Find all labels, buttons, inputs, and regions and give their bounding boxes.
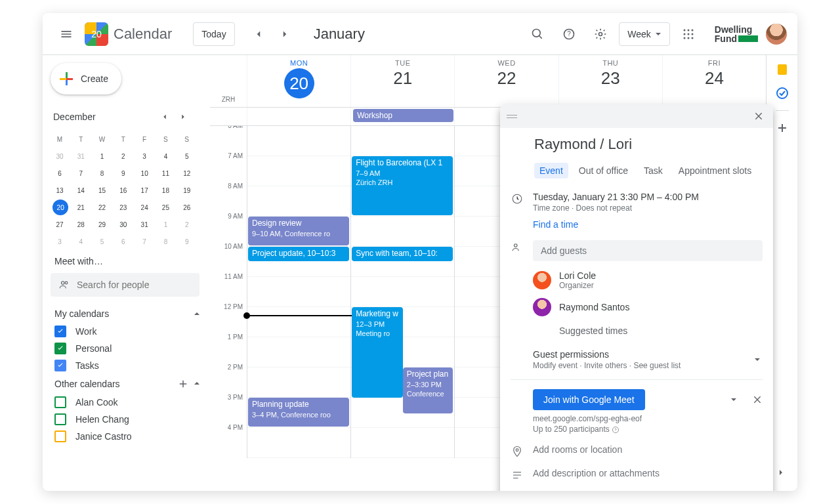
chevron-down-icon[interactable] bbox=[752, 354, 763, 365]
suggested-times-link[interactable]: Suggested times bbox=[533, 320, 763, 339]
mini-day[interactable]: 15 bbox=[93, 182, 112, 198]
day-header[interactable]: WED22 bbox=[454, 55, 558, 107]
view-selector[interactable]: Week bbox=[619, 22, 670, 46]
day-header[interactable]: THU23 bbox=[558, 55, 662, 107]
mini-day[interactable]: 21 bbox=[72, 200, 90, 215]
event-title-input[interactable]: Raymond / Lori bbox=[511, 128, 763, 158]
calendar-event[interactable]: Flight to Barcelona (LX 17–9 AMZürich ZR… bbox=[352, 156, 453, 215]
event-datetime[interactable]: Tuesday, January 21 3:30 PM – 4:00 PM bbox=[533, 192, 763, 202]
mini-day[interactable]: 22 bbox=[93, 200, 112, 215]
mini-day[interactable]: 31 bbox=[72, 148, 90, 164]
mini-day[interactable]: 8 bbox=[93, 165, 112, 181]
add-guests-input[interactable]: Add guests bbox=[533, 240, 763, 261]
calendar-item[interactable]: Tasks bbox=[51, 357, 210, 374]
popup-tab[interactable]: Out of office bbox=[574, 163, 633, 178]
popup-tab[interactable]: Task bbox=[639, 163, 668, 178]
calendar-item[interactable]: Work bbox=[51, 323, 210, 340]
mini-day[interactable]: 3 bbox=[135, 148, 154, 164]
prev-button[interactable] bbox=[245, 21, 272, 47]
mini-day[interactable]: 28 bbox=[72, 217, 90, 232]
calendar-event[interactable]: Design review9–10 AM, Conference ro bbox=[248, 217, 349, 245]
calendar-event[interactable]: Planning update3–4 PM, Conference roo bbox=[248, 398, 349, 427]
add-calendar-icon[interactable] bbox=[177, 378, 189, 390]
mini-day[interactable]: 26 bbox=[178, 200, 196, 215]
calendar-item[interactable]: Personal bbox=[51, 340, 210, 357]
mini-day[interactable]: 12 bbox=[178, 165, 196, 181]
tasks-icon[interactable] bbox=[776, 87, 789, 100]
mini-day[interactable]: 30 bbox=[51, 148, 69, 164]
apps-icon[interactable] bbox=[675, 21, 702, 47]
drag-handle-icon[interactable] bbox=[505, 115, 518, 118]
mini-day[interactable]: 7 bbox=[135, 234, 154, 249]
mini-day[interactable]: 4 bbox=[72, 234, 90, 249]
add-addon-icon[interactable] bbox=[776, 121, 789, 135]
join-meet-button[interactable]: Join with Google Meet bbox=[533, 389, 645, 410]
mini-day[interactable]: 9 bbox=[178, 234, 196, 249]
avatar[interactable] bbox=[766, 24, 787, 45]
meet-options-icon[interactable] bbox=[728, 394, 739, 405]
mini-prev-button[interactable] bbox=[156, 108, 174, 126]
next-button[interactable] bbox=[272, 21, 298, 47]
calendar-item[interactable]: Janice Castro bbox=[51, 428, 210, 445]
popup-tab[interactable]: Event bbox=[534, 163, 568, 178]
description-input[interactable]: Add description or attachments bbox=[533, 468, 763, 478]
mini-day[interactable]: 6 bbox=[51, 165, 69, 181]
close-icon[interactable] bbox=[749, 107, 768, 125]
mini-day[interactable]: 19 bbox=[178, 182, 196, 198]
mini-next-button[interactable] bbox=[174, 108, 192, 126]
calendar-event[interactable]: Sync with team, 10–10: bbox=[352, 247, 453, 261]
mini-day[interactable]: 18 bbox=[156, 182, 175, 198]
day-header[interactable]: MON20 bbox=[247, 55, 350, 107]
mini-day[interactable]: 30 bbox=[114, 217, 133, 232]
calendar-item[interactable]: Alan Cook bbox=[51, 394, 210, 411]
create-button[interactable]: Create bbox=[51, 63, 121, 94]
mini-day[interactable]: 6 bbox=[114, 234, 133, 249]
mini-day[interactable]: 29 bbox=[93, 217, 112, 232]
mini-day[interactable]: 8 bbox=[156, 234, 175, 249]
mini-day[interactable]: 17 bbox=[135, 182, 154, 198]
calendar-event[interactable]: Project update, 10–10:3 bbox=[248, 247, 349, 261]
calendar-event[interactable]: Marketing w12–3 PMMeeting ro bbox=[352, 307, 403, 398]
mini-day[interactable]: 27 bbox=[51, 217, 69, 232]
mini-day[interactable]: 14 bbox=[72, 182, 90, 198]
day-header[interactable]: TUE21 bbox=[350, 55, 454, 107]
mini-day[interactable]: 16 bbox=[114, 182, 133, 198]
mini-day[interactable]: 5 bbox=[93, 234, 112, 249]
search-people-field[interactable] bbox=[51, 273, 200, 297]
search-people-input[interactable] bbox=[77, 280, 192, 290]
calendar-item[interactable]: Helen Chang bbox=[51, 411, 210, 428]
my-calendars-header[interactable]: My calendars bbox=[51, 304, 210, 323]
today-button[interactable]: Today bbox=[193, 22, 234, 46]
location-input[interactable]: Add rooms or location bbox=[533, 444, 763, 455]
mini-day[interactable]: 3 bbox=[51, 234, 69, 249]
mini-day[interactable]: 1 bbox=[156, 217, 175, 232]
mini-day[interactable]: 2 bbox=[114, 148, 133, 164]
mini-day[interactable]: 9 bbox=[114, 165, 133, 181]
mini-day[interactable]: 10 bbox=[135, 165, 154, 181]
day-header[interactable]: FRI24 bbox=[662, 55, 766, 107]
guest-item[interactable]: Lori ColeOrganizer bbox=[533, 266, 763, 294]
popup-tab[interactable]: Appointment slots bbox=[673, 163, 757, 178]
mini-day[interactable]: 7 bbox=[72, 165, 90, 181]
mini-day[interactable]: 13 bbox=[51, 182, 69, 198]
mini-day[interactable]: 23 bbox=[114, 200, 133, 215]
mini-day[interactable]: 2 bbox=[178, 217, 196, 232]
allday-event[interactable]: Workshop bbox=[353, 109, 453, 122]
other-calendars-header[interactable]: Other calendars bbox=[51, 374, 210, 394]
event-tz-repeat[interactable]: Time zone · Does not repeat bbox=[533, 203, 763, 213]
search-icon[interactable] bbox=[524, 21, 551, 47]
settings-icon[interactable] bbox=[587, 21, 614, 47]
menu-button[interactable] bbox=[53, 21, 79, 47]
mini-day[interactable]: 31 bbox=[135, 217, 154, 232]
remove-meet-icon[interactable] bbox=[752, 394, 763, 405]
mini-day[interactable]: 20 bbox=[52, 200, 68, 215]
mini-day[interactable]: 4 bbox=[156, 148, 175, 164]
collapse-rail-icon[interactable] bbox=[776, 467, 789, 480]
mini-day[interactable]: 25 bbox=[156, 200, 175, 215]
mini-day[interactable]: 1 bbox=[93, 148, 112, 164]
keep-icon[interactable] bbox=[776, 63, 789, 76]
mini-day[interactable]: 5 bbox=[178, 148, 196, 164]
help-icon[interactable]: ? bbox=[556, 21, 582, 47]
mini-day[interactable]: 24 bbox=[135, 200, 154, 215]
guest-item[interactable]: Raymond Santos bbox=[533, 294, 763, 320]
